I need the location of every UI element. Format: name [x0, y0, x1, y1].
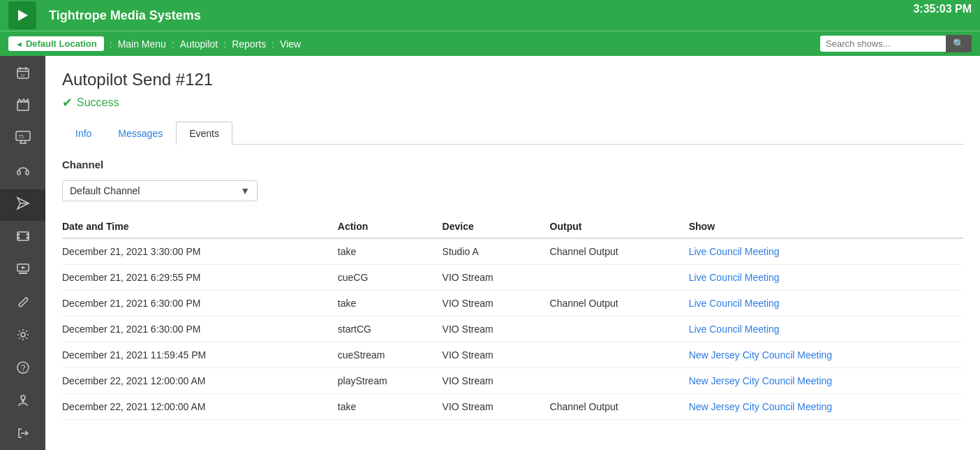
col-header-device: Device [443, 215, 550, 238]
cell-action: take [338, 291, 443, 317]
sidebar-item-help[interactable]: ? [0, 354, 45, 385]
clapper-icon [16, 98, 30, 115]
sidebar-item-film[interactable] [0, 222, 45, 254]
cell-show[interactable]: Live Council Meeting [689, 317, 963, 342]
cell-show[interactable]: New Jersey City Council Meeting [689, 368, 963, 394]
nav-sep-1: : [110, 38, 112, 50]
headset-icon [16, 164, 30, 181]
col-header-datetime: Date and Time [62, 215, 338, 238]
send-icon [16, 196, 30, 214]
cell-show[interactable]: Live Council Meeting [689, 291, 963, 317]
channel-section-label: Channel [62, 159, 963, 170]
main-content: Autopilot Send #121 ✔ Success Info Messa… [45, 56, 980, 450]
cell-action: cueCG [338, 265, 443, 291]
nav-reports[interactable]: Reports [232, 38, 266, 50]
col-header-output: Output [550, 215, 689, 238]
cell-action: cueStream [338, 342, 443, 368]
cell-output [550, 317, 689, 342]
clock: 3:35:03 PM [913, 3, 972, 15]
status-text: Success [77, 96, 119, 109]
svg-rect-13 [26, 170, 29, 175]
cell-output: Channel Output [550, 238, 689, 265]
logout-icon [16, 426, 30, 444]
table-row: December 21, 2021 6:29:55 PMcueCGVIO Str… [62, 265, 963, 291]
sidebar-item-calendar[interactable]: 22 [0, 59, 45, 89]
sidebar-item-media[interactable] [0, 91, 45, 122]
calendar-icon: 22 [16, 66, 30, 82]
location-label: Default Location [26, 38, 97, 49]
cell-device: VIO Stream [443, 394, 550, 420]
cell-output [550, 368, 689, 394]
cell-output [550, 265, 689, 291]
cell-show[interactable]: New Jersey City Council Meeting [689, 342, 963, 368]
svg-rect-16 [17, 232, 29, 240]
search-input[interactable] [820, 36, 946, 52]
film-icon [16, 229, 30, 247]
sidebar-item-send[interactable] [0, 189, 45, 221]
page-title: Autopilot Send #121 [62, 70, 963, 89]
nav-sep-4: : [272, 38, 274, 50]
cell-action: playStream [338, 368, 443, 394]
search-button[interactable]: 🔍 [946, 35, 972, 52]
cell-action: take [338, 394, 443, 420]
nav-autopilot[interactable]: Autopilot [180, 38, 218, 50]
cell-action: startCG [338, 317, 443, 342]
monitor-icon: 75 [15, 131, 31, 148]
cell-show[interactable]: Live Council Meeting [689, 238, 963, 265]
logo [8, 1, 36, 29]
svg-rect-19 [27, 233, 29, 235]
sidebar-item-wrench[interactable] [0, 288, 45, 319]
wrench-icon [16, 295, 30, 312]
cell-datetime: December 21, 2021 6:29:55 PM [62, 265, 338, 291]
cell-datetime: December 21, 2021 6:30:00 PM [62, 291, 338, 317]
nav-main-menu[interactable]: Main Menu [118, 38, 166, 50]
tab-events[interactable]: Events [176, 122, 232, 145]
sidebar: 22 75 [0, 56, 45, 450]
app-title: Tightrope Media Systems [49, 8, 201, 23]
sidebar-item-monitor[interactable]: 75 [0, 124, 45, 155]
sidebar-item-settings[interactable] [0, 321, 45, 352]
cell-action: take [338, 238, 443, 265]
channel-dropdown[interactable]: Default Channel ▼ [62, 180, 258, 201]
svg-text:?: ? [21, 363, 26, 373]
table-row: December 22, 2021 12:00:00 AMtakeVIO Str… [62, 394, 963, 420]
cell-device: Studio A [443, 238, 550, 265]
cell-output [550, 342, 689, 368]
cell-show[interactable]: New Jersey City Council Meeting [689, 394, 963, 420]
svg-rect-18 [17, 237, 20, 239]
cell-device: VIO Stream [443, 368, 550, 394]
col-header-action: Action [338, 215, 443, 238]
chevron-down-icon: ▼ [240, 185, 250, 196]
gear-icon [16, 328, 30, 345]
svg-marker-22 [22, 266, 26, 269]
svg-rect-6 [17, 102, 29, 110]
sidebar-item-logout[interactable] [0, 419, 45, 450]
nav-sep-3: : [223, 38, 226, 50]
nav-view[interactable]: View [280, 38, 301, 50]
location-button[interactable]: ◄ Default Location [8, 36, 104, 51]
layout: 22 75 [0, 56, 980, 450]
search-icon: 🔍 [953, 38, 965, 49]
sidebar-item-person[interactable] [0, 386, 45, 418]
cell-output: Channel Output [550, 291, 689, 317]
cell-output: Channel Output [550, 394, 689, 420]
location-arrow-icon: ◄ [15, 40, 23, 48]
nav-bar: ◄ Default Location : Main Menu : Autopil… [0, 31, 980, 56]
tab-info[interactable]: Info [62, 122, 105, 145]
tab-messages[interactable]: Messages [105, 122, 176, 145]
top-header: Tightrope Media Systems 3:35:03 PM [0, 0, 980, 31]
table-row: December 22, 2021 12:00:00 AMplayStreamV… [62, 368, 963, 394]
svg-rect-12 [17, 170, 20, 175]
cell-device: VIO Stream [443, 342, 550, 368]
sidebar-item-headset[interactable] [0, 157, 45, 188]
events-table: Date and Time Action Device Output Show … [62, 215, 963, 420]
svg-marker-0 [18, 10, 28, 21]
sidebar-item-playback[interactable] [0, 255, 45, 286]
channel-selected-value: Default Channel [70, 185, 140, 196]
cell-datetime: December 21, 2021 6:30:00 PM [62, 317, 338, 342]
playback-icon [16, 262, 30, 280]
table-row: December 21, 2021 11:59:45 PMcueStreamVI… [62, 342, 963, 368]
cell-show[interactable]: Live Council Meeting [689, 265, 963, 291]
tabs: Info Messages Events [62, 122, 963, 145]
cell-device: VIO Stream [443, 265, 550, 291]
